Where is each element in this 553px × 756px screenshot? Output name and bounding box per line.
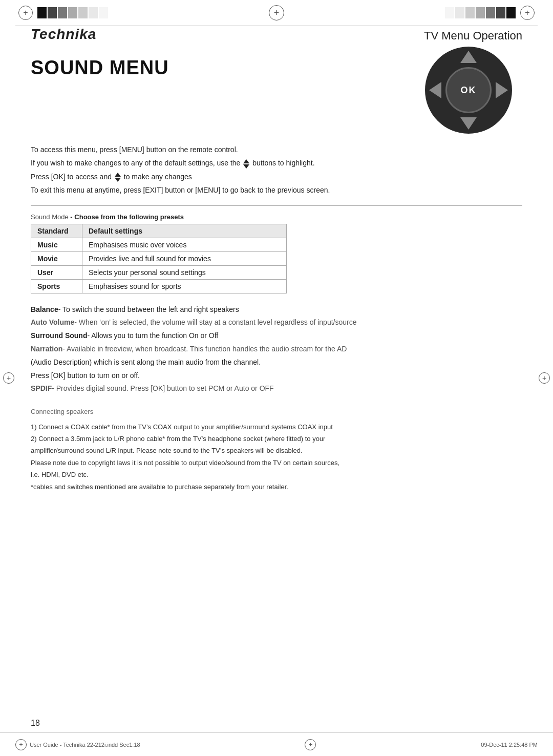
sound-table-row: MovieProvides live and full sound for mo…	[31, 251, 287, 265]
reg-circle-side-left: +	[3, 372, 14, 384]
intro-line1: To access this menu, press [MENU] button…	[31, 144, 522, 155]
connecting-line: amplifier/surround sound L/R input. Plea…	[31, 445, 522, 456]
sound-mode-description: Provides live and full sound for movies	[82, 251, 287, 265]
connecting-line: *cables and switches mentioned are avail…	[31, 481, 522, 492]
intro-line2: If you wish to make changes to any of th…	[31, 157, 522, 169]
color-swatch	[78, 7, 88, 18]
color-swatch	[48, 7, 57, 18]
color-swatch	[465, 7, 475, 18]
description-item: SPDIF- Provides digital sound. Press [OK…	[31, 383, 522, 395]
ok-label: OK	[461, 85, 477, 96]
reg-circle-bottom-center: +	[305, 739, 316, 750]
sound-mode-table: StandardDefault settingsMusicEmphasises …	[31, 224, 287, 293]
intro-line3-prefix: Press [OK] to access and	[31, 173, 112, 181]
connecting-title: Connecting speakers	[31, 406, 522, 417]
sound-mode-name: Standard	[31, 224, 82, 238]
sound-mode-description: Emphasises sound for sports	[82, 279, 287, 293]
color-swatch	[99, 7, 108, 18]
arrows-updown-icon	[243, 159, 249, 169]
intro-line3-suffix: to make any changes	[124, 173, 192, 181]
sound-mode-label-suffix: - Choose from the following presets	[70, 213, 184, 221]
color-swatch	[37, 7, 47, 18]
arrows-updown-icon2	[115, 172, 121, 182]
sound-table-row: SportsEmphasises sound for sports	[31, 279, 287, 293]
color-bar-right	[445, 7, 516, 18]
color-bar-left	[37, 7, 108, 18]
arrow-left-icon	[429, 82, 441, 98]
top-registration-bar	[0, 0, 553, 26]
inner-circle: OK	[445, 67, 492, 113]
brand-logo: Technika	[31, 26, 96, 43]
horizontal-divider	[31, 205, 522, 206]
sound-mode-label-text: Sound Mode	[31, 213, 69, 221]
sound-mode-label: Sound Mode - Choose from the following p…	[31, 213, 522, 221]
main-content: OK SOUND MENU To access this menu, press…	[0, 47, 553, 503]
connecting-line: 2) Connect a 3.5mm jack to L/R phono cab…	[31, 433, 522, 444]
description-item: Auto Volume- When ‘on’ is selected, the …	[31, 317, 522, 329]
description-item: Surround Sound- Allows you to turn the f…	[31, 330, 522, 342]
page-number: 18	[31, 719, 40, 728]
sound-mode-section: Sound Mode - Choose from the following p…	[31, 213, 522, 293]
color-swatch	[68, 7, 77, 18]
intro-line3: Press [OK] to access and to make any cha…	[31, 171, 522, 182]
arrow-up-small-icon2	[115, 173, 121, 177]
top-left-marks	[15, 6, 108, 20]
color-swatch	[455, 7, 464, 18]
sound-mode-name: User	[31, 265, 82, 279]
intro-line4: To exit this menu at anytime, press [EXI…	[31, 184, 522, 196]
arrow-down-small-icon2	[115, 178, 121, 182]
connecting-line: 1) Connect a COAX cable* from the TV’s C…	[31, 422, 522, 432]
color-swatch	[496, 7, 505, 18]
sound-mode-name: Movie	[31, 251, 82, 265]
description-item: Balance- To switch the sound between the…	[31, 304, 522, 316]
arrow-down-small-icon	[243, 164, 249, 169]
description-item: (Audio Description) which is sent along …	[31, 356, 522, 369]
sound-mode-name: Sports	[31, 279, 82, 293]
connecting-line: i.e. HDMi, DVD etc.	[31, 469, 522, 480]
arrow-right-icon	[496, 82, 508, 98]
descriptions-section: Balance- To switch the sound between the…	[31, 304, 522, 395]
bottom-date: 09-Dec-11 2:25:48 PM	[481, 742, 538, 748]
sound-mode-name: Music	[31, 238, 82, 251]
reg-circle-side-right: +	[539, 372, 550, 384]
reg-circle-top-center	[269, 5, 284, 20]
connecting-lines: 1) Connect a COAX cable* from the TV’s C…	[31, 422, 522, 493]
color-swatch	[476, 7, 485, 18]
reg-circle-bottom-left: +	[15, 739, 27, 750]
sound-table-row: UserSelects your personal sound settings	[31, 265, 287, 279]
sound-mode-description: Emphasises music over voices	[82, 238, 287, 251]
color-swatch	[486, 7, 495, 18]
arrow-down-icon	[460, 117, 477, 130]
remote-diagram: OK	[425, 47, 512, 134]
bottom-bar: + User Guide - Technika 22-212i.indd Sec…	[0, 732, 553, 756]
color-swatch	[506, 7, 516, 18]
page-header: Technika TV Menu Operation	[0, 26, 553, 47]
arrow-up-small-icon	[243, 159, 249, 163]
intro-line2-suffix: buttons to highlight.	[252, 159, 314, 167]
color-swatch	[445, 7, 454, 18]
connecting-section: Connecting speakers 1) Connect a COAX ca…	[31, 406, 522, 492]
connecting-line: Please note due to copyright laws it is …	[31, 457, 522, 468]
intro-line2-prefix: If you wish to make changes to any of th…	[31, 159, 240, 167]
description-item: Narration- Available in freeview, when b…	[31, 343, 522, 355]
sound-mode-description: Selects your personal sound settings	[82, 265, 287, 279]
arrow-up-icon	[460, 51, 477, 63]
sound-table-row: StandardDefault settings	[31, 224, 287, 238]
color-swatch	[58, 7, 67, 18]
color-swatch	[89, 7, 98, 18]
description-item: Press [OK] button to turn on or off.	[31, 370, 522, 382]
top-right-marks	[445, 6, 538, 20]
bottom-filename: User Guide - Technika 22-212i.indd Sec1:…	[30, 742, 140, 748]
reg-circle-top-left	[18, 6, 33, 20]
bottom-left-area: + User Guide - Technika 22-212i.indd Sec…	[15, 739, 140, 750]
header-title: TV Menu Operation	[424, 29, 522, 43]
sound-mode-description: Default settings	[82, 224, 287, 238]
reg-circle-top-right	[520, 6, 535, 20]
sound-table-row: MusicEmphasises music over voices	[31, 238, 287, 251]
intro-section: To access this menu, press [MENU] button…	[31, 144, 522, 196]
outer-circle: OK	[425, 47, 512, 134]
ok-button-diagram: OK	[425, 47, 512, 134]
